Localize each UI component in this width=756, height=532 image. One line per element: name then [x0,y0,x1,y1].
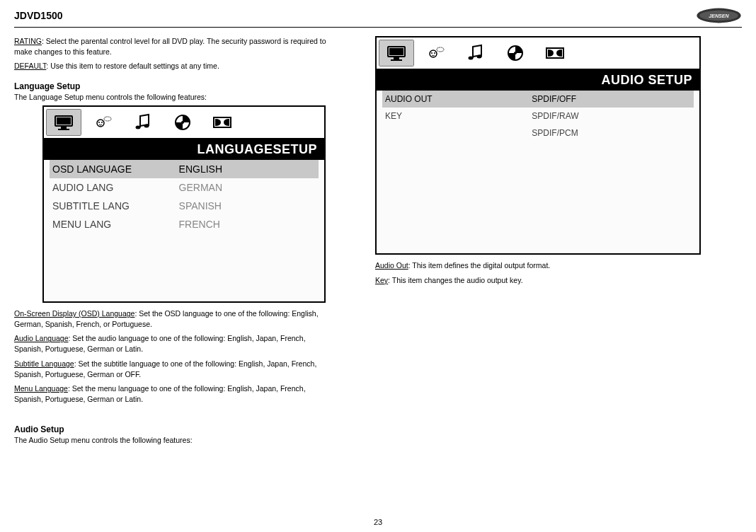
product-title: JDVD1500 [14,10,63,21]
menu-row-osd[interactable]: OSD LANGUAGE ENGLISH [50,160,319,178]
audio-lang-text: Audio Language: Set the audio language t… [14,333,333,354]
svg-point-20 [431,52,433,54]
language-setup-heading: Language Setup [14,81,333,91]
svg-rect-6 [58,129,69,130]
audio-out-label: Audio Out [375,261,408,270]
svg-point-21 [434,52,435,54]
svg-point-22 [469,57,474,60]
page-number: 23 [374,518,382,526]
default-text: DEFAULT: Use this item to restore defaul… [14,61,333,71]
music-note-icon [464,44,487,62]
menu-menu-value: FRENCH [179,219,316,230]
tab-speaker-audio[interactable] [537,40,573,66]
audio-panel-tabbar [377,37,699,70]
page-header: JDVD1500 JENSEN [14,7,742,28]
speech-icon [425,44,447,62]
speech-icon [92,113,115,132]
menu-subtitle-label: SUBTITLE LANG [52,200,179,212]
svg-rect-17 [394,57,399,59]
menu-audio-value: GERMAN [179,182,316,193]
svg-rect-4 [57,117,71,125]
right-column: AUDIO SETUP AUDIO OUT SPDIF/OFF KEY SPDI… [375,36,694,449]
language-setup-panel: LANGUAGESETUP OSD LANGUAGE ENGLISH AUDIO… [42,105,326,303]
tab-audio[interactable] [125,109,161,136]
left-column: RATING: Select the parental control leve… [14,36,333,449]
svg-point-23 [477,55,482,59]
default-label: DEFAULT [14,62,46,70]
language-panel-title: LANGUAGESETUP [44,139,324,160]
key-label: Key [375,276,388,284]
monitor-icon [52,113,75,132]
menu-row-audio-out[interactable]: AUDIO OUT SPDIF/OFF [382,91,694,108]
menu-row-key[interactable]: KEY SPDIF/RAW [382,108,694,125]
svg-rect-18 [391,59,402,61]
key-text: Key: This item changes the audio output … [375,275,694,286]
dolby-icon [544,44,566,62]
tab-language-audio[interactable] [418,40,454,66]
subtitle-lang-text: Subtitle Language: Set the subtitle lang… [14,359,333,379]
tab-audio-audio[interactable] [458,40,493,66]
svg-point-8 [98,122,100,123]
svg-text:JENSEN: JENSEN [709,13,729,19]
menu-row-audio-lang[interactable]: AUDIO LANG GERMAN [50,178,319,197]
tab-general[interactable] [46,109,81,136]
menu-osd-label: OSD LANGUAGE [52,163,179,175]
menu-osd-value: ENGLISH [179,163,316,175]
menu-key-label: KEY [385,111,532,121]
menu-row-subtitle[interactable]: SUBTITLE LANG SPANISH [50,197,319,215]
disc-icon [504,44,527,62]
osd-lang-text: On-Screen Display (OSD) Language: Set th… [14,308,333,329]
menu-row-pcm[interactable]: SPDIF/PCM [382,125,694,141]
disc-icon [171,113,194,132]
default-desc: : Use this item to restore default setti… [46,62,219,70]
menu-menu-label: MENU LANG [52,219,179,230]
audio-out-desc: : This item defines the digital output f… [408,261,551,270]
menu-audio-label: AUDIO LANG [52,182,179,193]
menu-key-value: SPDIF/RAW [532,111,691,121]
audio-setup-sub: The Audio Setup menu controls the follow… [14,436,333,444]
rating-desc: : Select the parental control level for … [14,37,326,56]
rating-label: RATING [14,37,42,45]
tab-general-audio[interactable] [379,40,414,66]
svg-point-9 [101,122,103,123]
svg-point-10 [136,126,141,129]
menu-lang-text: Menu Language: Set the menu language to … [14,383,333,404]
audio-panel-title: AUDIO SETUP [377,70,699,91]
menu-row-menu-lang[interactable]: MENU LANG FRENCH [50,215,319,233]
audio-out-text: Audio Out: This item defines the digital… [375,260,694,271]
tab-speaker[interactable] [205,109,240,136]
language-panel-body: OSD LANGUAGE ENGLISH AUDIO LANG GERMAN S… [44,160,324,301]
jensen-logo: JENSEN [696,7,742,24]
key-desc: : This item changes the audio output key… [388,276,522,284]
menu-audio-out-value: SPDIF/OFF [532,94,691,104]
tab-video-audio[interactable] [498,40,533,66]
menu-audio-out-label: AUDIO OUT [385,94,532,104]
menu-pcm-value: SPDIF/PCM [532,128,691,138]
subtitle-lang-label: Subtitle Language [14,359,74,368]
dolby-icon [211,113,234,132]
osd-lang-label: On-Screen Display (OSD) Language [14,309,134,318]
language-panel-tabbar [44,107,324,139]
svg-point-11 [144,125,149,128]
content-columns: RATING: Select the parental control leve… [14,36,742,449]
svg-rect-5 [61,127,67,129]
menu-subtitle-value: SPANISH [179,200,316,212]
tab-video[interactable] [165,109,200,136]
audio-panel-body: AUDIO OUT SPDIF/OFF KEY SPDIF/RAW SPDIF/… [377,91,699,253]
rating-text: RATING: Select the parental control leve… [14,36,333,57]
menu-lang-label: Menu Language [14,384,68,393]
audio-lang-label: Audio Language [14,334,69,342]
monitor-icon [385,44,408,62]
audio-setup-panel: AUDIO SETUP AUDIO OUT SPDIF/OFF KEY SPDI… [375,36,701,255]
language-setup-sub: The Language Setup menu controls the fol… [14,93,333,101]
tab-language[interactable] [86,109,121,136]
music-note-icon [132,113,154,132]
audio-setup-heading: Audio Setup [14,424,333,434]
svg-rect-16 [389,48,403,55]
